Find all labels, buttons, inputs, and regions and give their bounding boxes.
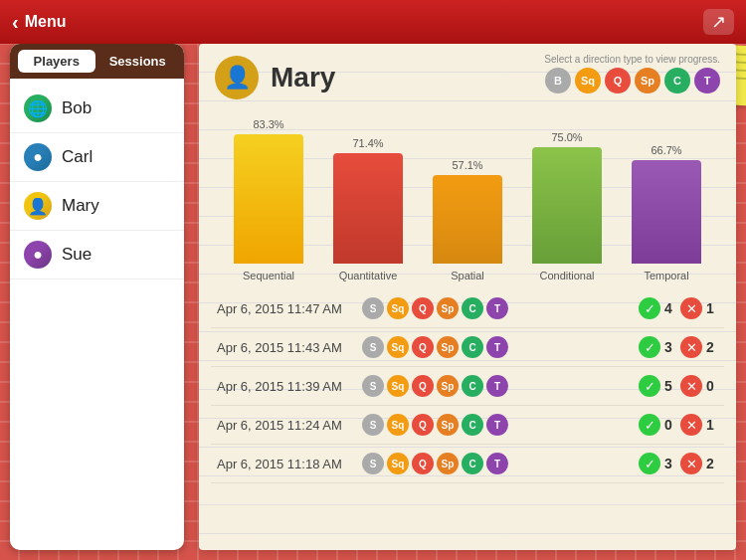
- session-row-5[interactable]: Apr 6, 2015 11:18 AM S Sq Q Sp C T ✓ 3 ✕…: [211, 445, 724, 483]
- badge-sp-2: Sp: [437, 336, 459, 358]
- bar-temporal: 66.7% Temporal: [617, 144, 716, 281]
- bar-label-temporal: Temporal: [644, 270, 688, 281]
- correct-count-4: 0: [664, 417, 676, 433]
- avatar-sue: ●: [24, 241, 52, 269]
- bar-quantitative: 71.4% Quantitative: [318, 137, 418, 281]
- bar-visual-temporal: [632, 160, 701, 264]
- share-button[interactable]: ↗: [703, 9, 734, 35]
- result-group-1: ✓ 4 ✕ 1: [639, 297, 718, 319]
- avatar-bob: 🌐: [24, 94, 52, 122]
- player-name-mary: Mary: [62, 196, 99, 216]
- top-bar: ‹ Menu ↗: [0, 0, 746, 44]
- badge-t-4: T: [486, 414, 508, 436]
- badge-c-4: C: [462, 414, 483, 436]
- badge-sq-2: Sq: [387, 336, 409, 358]
- player-item-mary[interactable]: 👤 Mary: [10, 182, 184, 231]
- badge-t-3: T: [486, 375, 508, 397]
- correct-count-2: 3: [664, 339, 676, 355]
- correct-icon-5: ✓: [639, 453, 660, 474]
- tab-players[interactable]: Players: [18, 50, 95, 73]
- session-date-2: Apr 6, 2015 11:43 AM: [217, 340, 356, 355]
- dir-badge-sq[interactable]: Sq: [575, 68, 601, 93]
- incorrect-icon-5: ✕: [680, 453, 702, 474]
- session-badges-3: S Sq Q Sp C T: [362, 375, 629, 397]
- player-name-sue: Sue: [62, 245, 92, 265]
- bar-value-conditional: 75.0%: [551, 131, 582, 143]
- correct-count-1: 4: [664, 300, 676, 316]
- avatar-mary: 👤: [24, 192, 52, 220]
- bar-conditional: 75.0% Conditional: [517, 131, 617, 281]
- badge-q-4: Q: [412, 414, 434, 436]
- incorrect-icon-4: ✕: [680, 414, 702, 436]
- incorrect-icon-1: ✕: [680, 297, 702, 319]
- bar-visual-quantitative: [333, 153, 403, 264]
- player-item-sue[interactable]: ● Sue: [10, 231, 184, 280]
- result-group-2: ✓ 3 ✕ 2: [639, 336, 718, 358]
- bar-visual-sequential: [234, 134, 303, 264]
- chevron-left-icon: ‹: [12, 11, 19, 34]
- sessions-list: Apr 6, 2015 11:47 AM S Sq Q Sp C T ✓ 4 ✕…: [199, 281, 736, 491]
- badge-sq-5: Sq: [387, 453, 409, 474]
- badge-sp-4: Sp: [437, 414, 459, 436]
- badge-sp-1: Sp: [437, 297, 459, 319]
- correct-icon-3: ✓: [639, 375, 660, 397]
- badge-q-1: Q: [412, 297, 434, 319]
- incorrect-icon-3: ✕: [680, 375, 702, 397]
- session-badges-4: S Sq Q Sp C T: [362, 414, 629, 436]
- badge-c-3: C: [462, 375, 483, 397]
- session-badges-5: S Sq Q Sp C T: [362, 453, 629, 474]
- progress-chart: 83.3% Sequential 71.4% Quantitative 57.1…: [199, 107, 736, 281]
- session-date-4: Apr 6, 2015 11:24 AM: [217, 418, 356, 433]
- bar-value-spatial: 57.1%: [452, 159, 482, 171]
- badge-t-1: T: [486, 297, 508, 319]
- session-row-2[interactable]: Apr 6, 2015 11:43 AM S Sq Q Sp C T ✓ 3 ✕…: [211, 328, 724, 367]
- player-name-carl: Carl: [62, 147, 93, 167]
- badge-c-1: C: [462, 297, 483, 319]
- share-icon: ↗: [711, 12, 726, 32]
- badge-s-3: S: [362, 375, 384, 397]
- sidebar: Players Sessions 🌐 Bob ● Carl 👤 Mary ● S…: [10, 44, 184, 550]
- selected-player-avatar: 👤: [215, 56, 259, 99]
- dir-badge-b[interactable]: B: [545, 68, 571, 93]
- bar-visual-spatial: [433, 175, 502, 264]
- correct-count-3: 5: [664, 378, 676, 394]
- incorrect-count-4: 1: [706, 417, 718, 433]
- dir-badge-t[interactable]: T: [694, 68, 720, 93]
- direction-badges: B Sq Q Sp C T: [545, 68, 720, 93]
- bar-value-sequential: 83.3%: [253, 118, 283, 130]
- session-badges-1: S Sq Q Sp C T: [362, 297, 629, 319]
- incorrect-icon-2: ✕: [680, 336, 702, 358]
- badge-s-5: S: [362, 453, 384, 474]
- menu-button[interactable]: ‹ Menu: [12, 11, 66, 34]
- badge-s-1: S: [362, 297, 384, 319]
- bar-value-quantitative: 71.4%: [352, 137, 383, 149]
- session-date-1: Apr 6, 2015 11:47 AM: [217, 301, 356, 316]
- dir-badge-sp[interactable]: Sp: [635, 68, 660, 93]
- incorrect-count-2: 2: [706, 339, 718, 355]
- correct-icon-1: ✓: [639, 297, 660, 319]
- dir-badge-q[interactable]: Q: [605, 68, 631, 93]
- badge-c-5: C: [462, 453, 483, 474]
- menu-label: Menu: [25, 13, 67, 31]
- player-item-bob[interactable]: 🌐 Bob: [10, 85, 184, 133]
- session-row-4[interactable]: Apr 6, 2015 11:24 AM S Sq Q Sp C T ✓ 0 ✕…: [211, 406, 724, 445]
- bar-visual-conditional: [532, 147, 602, 264]
- dir-badge-c[interactable]: C: [664, 68, 690, 93]
- session-row-1[interactable]: Apr 6, 2015 11:47 AM S Sq Q Sp C T ✓ 4 ✕…: [211, 289, 724, 328]
- correct-icon-4: ✓: [639, 414, 660, 436]
- result-group-5: ✓ 3 ✕ 2: [639, 453, 718, 474]
- result-group-4: ✓ 0 ✕ 1: [639, 414, 718, 436]
- badge-s-2: S: [362, 336, 384, 358]
- session-row-3[interactable]: Apr 6, 2015 11:39 AM S Sq Q Sp C T ✓ 5 ✕…: [211, 367, 724, 406]
- bar-value-temporal: 66.7%: [651, 144, 681, 156]
- sidebar-tab-bar: Players Sessions: [10, 44, 184, 79]
- badge-c-2: C: [462, 336, 483, 358]
- incorrect-count-5: 2: [706, 456, 718, 471]
- badge-sq-3: Sq: [387, 375, 409, 397]
- player-item-carl[interactable]: ● Carl: [10, 133, 184, 182]
- tab-sessions[interactable]: Sessions: [99, 50, 177, 73]
- badge-t-2: T: [486, 336, 508, 358]
- bar-label-conditional: Conditional: [539, 270, 594, 281]
- badge-s-4: S: [362, 414, 384, 436]
- badge-sp-5: Sp: [437, 453, 459, 474]
